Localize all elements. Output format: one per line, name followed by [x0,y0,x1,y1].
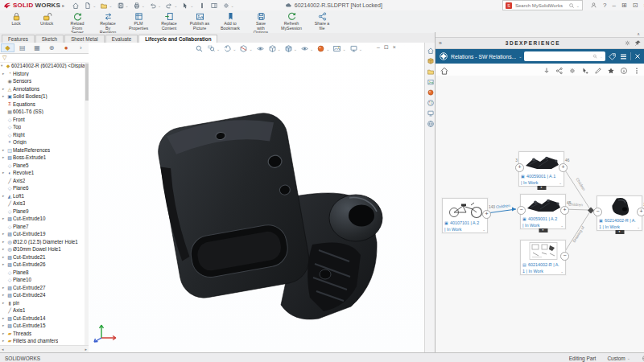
favorites[interactable] [607,67,615,75]
search-input[interactable] [514,2,567,9]
tree-item[interactable]: ▸ Ø12.0 (12.5) Diameter Hole1 [0,238,85,246]
scroll-left-arrow[interactable]: ◂ [2,347,4,352]
help-button[interactable]: ? [603,2,606,9]
tree-item[interactable]: Plane6 [0,184,85,192]
tree-root-item[interactable]: ▾ 60214002-R (60214002) <Display St [0,62,85,70]
share-a-file[interactable]: Share a file ⌄ [309,11,335,35]
redo-button[interactable]: ⌄ [165,2,177,10]
task-pane-toggle[interactable] [210,2,218,10]
reload-from-server[interactable]: Reload From Server [64,11,90,35]
node-expand-right-button[interactable]: − [560,252,569,261]
search-scope-caret[interactable]: ⌄ [576,3,580,8]
widget-search-icon[interactable] [592,53,597,60]
replace-by-revision[interactable]: Replace By Revision [95,11,121,35]
tree-item[interactable]: Origin [0,138,85,146]
selection-filter-button[interactable] [198,2,206,10]
node-expand-right-button[interactable]: +45 [560,206,569,215]
tree-item[interactable]: ▸ History [0,70,85,78]
tree-item[interactable]: Axis3 [0,200,85,208]
node-expand-tab[interactable] [537,186,546,190]
tree-item[interactable]: ▸ Cut-Extrude26 [0,261,85,269]
tree-item[interactable]: ▸ Loft1 [0,192,85,200]
node-60214002-drawing[interactable]: 60214002-R | A. 1 | In Work − [520,240,566,275]
filter-funnel-icon[interactable]: ▽ [2,55,6,61]
logo-caret[interactable]: ▸ [62,2,64,8]
node-chevron-icon[interactable] [482,228,485,232]
tree-item[interactable]: Plane9 [0,208,85,216]
select-button[interactable]: ⌄ [181,2,193,10]
node-chevron-icon[interactable] [560,269,564,274]
node-expand-left-button[interactable]: +3 [515,163,524,172]
widget-title-caret[interactable]: ⌄ [518,54,522,59]
node-expand-right-button[interactable]: +1 [637,208,644,216]
tree-item[interactable]: Axis1 [0,306,85,315]
commandmanager-tab[interactable]: Lifecycle and Collaboration [138,35,217,43]
expand-actions[interactable] [543,67,551,75]
node-60214002-part[interactable]: 60214002-R | A. 1 | In Work − +1 [597,195,642,231]
fm-tabs-overflow[interactable]: › [74,43,88,52]
node-expand-tab[interactable] [615,230,624,234]
tree-item[interactable]: ▸ Cut-Extrude15 [0,322,85,330]
node-expand-tab[interactable] [539,228,547,232]
tree-item[interactable]: 6061-T6 (SS) [0,108,85,116]
taskpane-appearances-scenes[interactable] [427,88,435,97]
tree-item[interactable]: ▸ Threads [0,330,85,338]
3dexperience-compass-icon[interactable] [439,51,448,61]
widget-close-icon[interactable] [634,52,642,60]
node-40059001-a1[interactable]: 40059001 | A.1 | In Work +3 +46 [518,151,564,187]
node-expand-left-button[interactable]: − [593,208,602,216]
widget-search-caret[interactable]: ⌄ [600,54,603,59]
settings[interactable] [568,67,576,75]
displaymanager-tab[interactable]: ● [60,43,73,52]
open-button[interactable]: ⌄ [100,2,112,10]
print-button[interactable]: ⌄ [133,2,145,10]
tree-item[interactable]: Sensors [0,77,85,85]
taskpane-home[interactable] [427,47,435,55]
tree-item[interactable]: ▸ MateReferences [0,146,85,154]
tree-item[interactable]: ▸ Solid Bodies(1) [0,93,85,101]
config-caret-icon[interactable]: ⌄ [627,356,630,360]
dimxpertmanager-tab[interactable]: ⊕ [45,43,59,52]
commandmanager-tab[interactable]: Features [2,35,35,43]
mysolidworks-search[interactable]: ⌄ [502,0,583,10]
node-chevron-icon[interactable] [637,225,640,229]
edit[interactable] [594,67,602,75]
graphics-viewport[interactable]: ⌄ ⌄ ⌄ ⌄ ⌄ ⌄ ⌄ [89,43,424,352]
panel-settings-icon[interactable] [624,39,631,47]
publish-as-picture[interactable]: Publish as Picture ⌄ [187,11,213,35]
share[interactable] [555,67,564,75]
restore-button[interactable]: ⊡ [633,2,638,9]
tree-item[interactable]: Right [0,131,85,139]
tree-item[interactable]: Top [0,123,85,131]
scrollbar-thumb[interactable] [85,64,89,101]
selection-mode[interactable] [581,67,589,75]
node-chevron-icon[interactable] [560,224,564,228]
new-document-button[interactable]: ⌄ [84,2,96,10]
widget-menu-icon[interactable] [619,52,628,61]
refresh-mysession[interactable]: Refresh MySession [279,11,304,31]
tree-item[interactable]: ▸ Boss-Extrude1 [0,154,85,162]
configurationmanager-tab[interactable]: ▦ [30,43,43,52]
taskpane-view-palette[interactable] [427,78,435,86]
taskpane-file-explorer[interactable] [427,109,435,117]
tree-item[interactable]: ▸ Cut-Extrude19 [0,230,85,238]
commandmanager-tab[interactable]: Sketch [35,35,64,43]
commandmanager-tab[interactable]: Sheet Metal [64,35,105,43]
tree-item[interactable]: ▸ Revolve1 [0,169,85,177]
options-button[interactable]: ⌄ [222,2,234,10]
user-profile-icon[interactable] [590,2,597,9]
tree-horizontal-scrollbar[interactable]: ◂▸ [0,345,89,352]
node-expand-left-button[interactable]: − [517,206,526,215]
tree-item[interactable]: ▸ Cut-Extrude10 [0,215,85,223]
scroll-right-arrow[interactable]: ▸ [85,347,87,352]
node-expand-right-button[interactable]: +143 [482,210,491,219]
taskpane-solidworks-resources[interactable] [427,57,435,65]
tree-item[interactable]: Front [0,116,85,124]
tag-icon[interactable] [608,52,617,61]
unlock[interactable]: Unlock [34,11,60,27]
tree-item[interactable]: Plane8 [0,269,85,277]
node-40059001-a2[interactable]: 40059001 | A.2 | In Work − +45 [520,194,566,229]
tree-item[interactable]: Axis2 [0,177,85,185]
tree-item[interactable]: ▸ Cut-Extrude21 [0,253,85,261]
tree-item[interactable]: Equations [0,101,85,109]
